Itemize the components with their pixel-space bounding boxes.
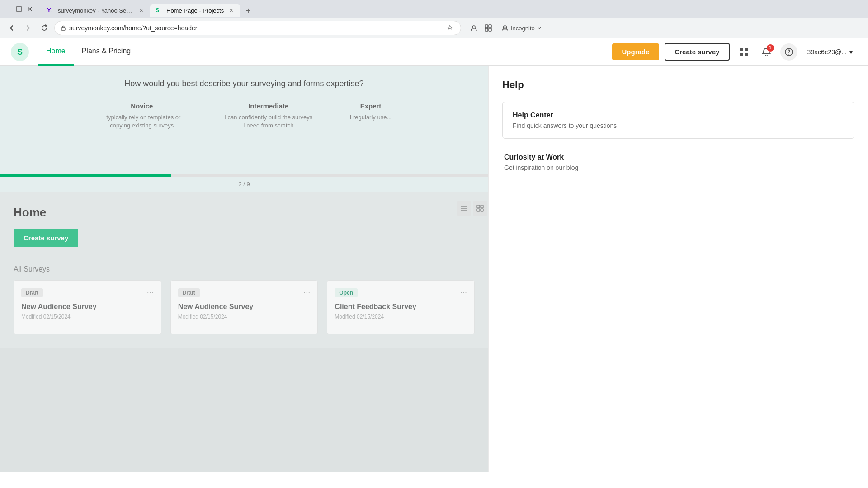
list-view-button[interactable] xyxy=(457,201,471,216)
nav-home[interactable]: Home xyxy=(38,38,74,66)
main-content: How would you best describe your surveyi… xyxy=(0,66,868,472)
survey-menu-btn-1[interactable]: ··· xyxy=(303,288,310,297)
survey-date-2: Modified 02/15/2024 xyxy=(335,314,467,320)
svg-rect-26 xyxy=(477,209,480,211)
expert-desc: I regularly use... xyxy=(350,113,392,122)
home-title: Home xyxy=(14,206,475,220)
curiosity-at-work-item[interactable]: Curiosity at Work Get inspiration on our… xyxy=(502,146,854,178)
svg-rect-8 xyxy=(485,28,488,31)
app-header: S Home Plans & Pricing Upgrade Create su… xyxy=(0,38,868,66)
survey-card-2[interactable]: Open ··· Client Feedback Survey Modified… xyxy=(327,280,475,334)
survey-menu-btn-0[interactable]: ··· xyxy=(147,288,154,297)
tab-title-home: Home Page - Projects xyxy=(166,7,224,14)
survey-title-2: Client Feedback Survey xyxy=(335,303,467,311)
yahoo-favicon: Y! xyxy=(47,7,54,14)
view-toggle xyxy=(457,201,487,216)
modal-overlay: How would you best describe your surveyi… xyxy=(0,66,488,472)
expertise-option-novice[interactable]: Novice I typically rely on templates or … xyxy=(97,102,187,130)
expertise-option-expert[interactable]: Expert I regularly use... xyxy=(350,102,392,130)
surveymonkey-logo[interactable]: S xyxy=(11,43,29,61)
survey-card-header-2: Open ··· xyxy=(335,288,467,297)
progress-text: 2 / 9 xyxy=(238,181,250,188)
new-tab-button[interactable]: + xyxy=(242,5,255,17)
tabs-bar: Y! surveymonkey - Yahoo Search ✕ S Home … xyxy=(38,1,863,17)
address-bar-row: surveymonkey.com/home/?ut_source=header … xyxy=(0,18,868,38)
nav-plans-pricing[interactable]: Plans & Pricing xyxy=(74,38,139,66)
surveys-grid: Draft ··· New Audience Survey Modified 0… xyxy=(14,280,475,334)
survey-card-header-1: Draft ··· xyxy=(178,288,311,297)
survey-menu-btn-2[interactable]: ··· xyxy=(460,288,467,297)
notification-count: 1 xyxy=(767,44,774,52)
close-button[interactable] xyxy=(26,5,33,13)
survey-badge-2: Open xyxy=(335,288,358,297)
incognito-badge[interactable]: Incognito xyxy=(497,22,546,34)
extensions-icon[interactable] xyxy=(483,23,494,33)
expertise-question: How would you best describe your surveyi… xyxy=(124,79,363,89)
reload-button[interactable] xyxy=(38,22,51,34)
help-center-title: Help Center xyxy=(513,111,844,119)
svg-rect-9 xyxy=(489,28,491,31)
svg-rect-4 xyxy=(61,28,65,30)
survey-badge-1: Draft xyxy=(178,288,200,297)
curiosity-title: Curiosity at Work xyxy=(504,153,853,161)
survey-badge-0: Draft xyxy=(21,288,43,297)
novice-desc: I typically rely on templates or copying… xyxy=(97,113,187,130)
tab-home-projects[interactable]: S Home Page - Projects ✕ xyxy=(150,4,240,17)
novice-title: Novice xyxy=(97,102,187,110)
user-menu[interactable]: 39ac6e23@... ▾ xyxy=(803,46,857,58)
svg-rect-15 xyxy=(740,48,743,51)
create-survey-header-button[interactable]: Create survey xyxy=(665,43,729,61)
url-text: surveymonkey.com/home/?ut_source=header xyxy=(69,24,197,32)
apps-grid-button[interactable] xyxy=(735,43,752,61)
forward-button[interactable] xyxy=(22,22,34,34)
help-panel-title: Help xyxy=(502,79,854,91)
progress-fill xyxy=(0,174,171,177)
svg-point-11 xyxy=(503,27,505,28)
create-survey-home-button[interactable]: Create survey xyxy=(14,229,78,247)
minimize-button[interactable] xyxy=(5,5,12,13)
notifications-button[interactable]: 1 xyxy=(758,43,775,61)
expertise-options: Novice I typically rely on templates or … xyxy=(97,102,392,130)
svg-point-12 xyxy=(506,27,507,28)
curiosity-desc: Get inspiration on our blog xyxy=(504,164,853,171)
survey-card-header-0: Draft ··· xyxy=(21,288,154,297)
all-surveys-label: All Surveys xyxy=(14,265,475,273)
survey-date-0: Modified 02/15/2024 xyxy=(21,314,154,320)
user-email: 39ac6e23@... xyxy=(807,48,847,56)
svg-point-20 xyxy=(788,54,789,55)
grid-view-button[interactable] xyxy=(473,201,487,216)
incognito-label: Incognito xyxy=(511,25,535,32)
upgrade-button[interactable]: Upgrade xyxy=(612,43,660,60)
svg-rect-16 xyxy=(745,48,748,51)
survey-card-0[interactable]: Draft ··· New Audience Survey Modified 0… xyxy=(14,280,161,334)
survey-title-1: New Audience Survey xyxy=(178,303,311,311)
svg-rect-24 xyxy=(477,205,480,208)
home-section: Home Create survey All Surveys Draft ···… xyxy=(0,192,488,348)
profile-icon[interactable] xyxy=(468,23,479,33)
tab-close-home[interactable]: ✕ xyxy=(227,7,235,14)
restore-button[interactable] xyxy=(15,5,23,13)
back-button[interactable] xyxy=(5,22,18,34)
help-button[interactable] xyxy=(780,43,797,61)
header-actions: Upgrade Create survey 1 39ac6e23@... ▾ xyxy=(612,43,857,61)
survey-card-1[interactable]: Draft ··· New Audience Survey Modified 0… xyxy=(170,280,318,334)
help-center-card[interactable]: Help Center Find quick answers to your q… xyxy=(502,102,854,139)
tab-yahoo-search[interactable]: Y! surveymonkey - Yahoo Search ✕ xyxy=(42,4,150,17)
lock-icon xyxy=(60,25,66,31)
bookmark-star-icon[interactable] xyxy=(444,23,455,33)
intermediate-title: Intermediate xyxy=(223,102,314,110)
svg-rect-18 xyxy=(745,53,748,56)
user-dropdown-icon: ▾ xyxy=(849,48,853,56)
svg-rect-27 xyxy=(481,209,483,211)
incognito-dropdown-icon xyxy=(537,25,542,31)
help-center-desc: Find quick answers to your questions xyxy=(513,122,844,129)
app-nav: Home Plans & Pricing xyxy=(38,38,612,66)
survey-title-0: New Audience Survey xyxy=(21,303,154,311)
tab-close-yahoo[interactable]: ✕ xyxy=(137,7,145,14)
app-wrapper: S Home Plans & Pricing Upgrade Create su… xyxy=(0,38,868,472)
browser-titlebar: Y! surveymonkey - Yahoo Search ✕ S Home … xyxy=(0,0,868,18)
expertise-option-intermediate[interactable]: Intermediate I can confidently build the… xyxy=(223,102,314,130)
svg-rect-1 xyxy=(17,7,21,11)
window-controls xyxy=(5,5,33,13)
address-bar[interactable]: surveymonkey.com/home/?ut_source=header xyxy=(54,21,461,35)
